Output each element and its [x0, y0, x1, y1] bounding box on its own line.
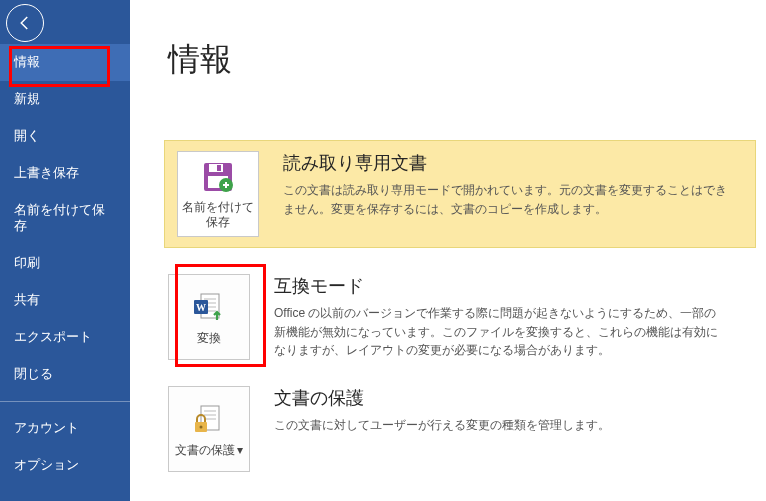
svg-rect-2 — [217, 165, 221, 171]
nav-item-info[interactable]: 情報 — [0, 44, 130, 81]
readonly-title: 読み取り専用文書 — [283, 151, 727, 175]
main-panel: 情報 名前を付けて保存 読み取り専用文書 この文書は読み取り専用モードで開かれて… — [130, 0, 766, 501]
nav-item-options[interactable]: オプション — [0, 447, 130, 484]
readonly-row: 名前を付けて保存 読み取り専用文書 この文書は読み取り専用モードで開かれています… — [164, 140, 756, 248]
word-convert-icon: W — [191, 289, 227, 327]
nav-item-print[interactable]: 印刷 — [0, 245, 130, 282]
nav-item-share[interactable]: 共有 — [0, 282, 130, 319]
nav-item-open[interactable]: 開く — [0, 118, 130, 155]
back-button[interactable] — [6, 4, 44, 42]
protect-button-label: 文書の保護▾ — [175, 443, 243, 458]
svg-point-17 — [200, 425, 203, 428]
page-title: 情報 — [168, 38, 766, 82]
saveas-button[interactable]: 名前を付けて保存 — [177, 151, 259, 237]
nav-item-account[interactable]: アカウント — [0, 410, 130, 447]
saveas-button-label: 名前を付けて保存 — [182, 200, 254, 230]
protect-document-button[interactable]: 文書の保護▾ — [168, 386, 250, 472]
backstage-sidebar: 情報 新規 開く 上書き保存 名前を付けて保存 印刷 共有 エクスポート 閉じる… — [0, 0, 130, 501]
nav-item-close[interactable]: 閉じる — [0, 356, 130, 393]
lock-document-icon — [191, 401, 227, 439]
nav-item-save[interactable]: 上書き保存 — [0, 155, 130, 192]
nav-separator — [0, 401, 130, 402]
compat-row: W 変換 互換モード Office の以前のバージョンで作業する際に問題が起きな… — [168, 274, 766, 360]
protect-title: 文書の保護 — [274, 386, 610, 410]
svg-text:W: W — [196, 302, 206, 313]
compat-text: Office の以前のバージョンで作業する際に問題が起きないようにするため、一部… — [274, 304, 728, 360]
convert-button-label: 変換 — [197, 331, 221, 346]
readonly-text: この文書は読み取り専用モードで開かれています。元の文書を変更することはできません… — [283, 181, 727, 218]
protect-row: 文書の保護▾ 文書の保護 この文書に対してユーザーが行える変更の種類を管理します… — [168, 386, 766, 472]
chevron-down-icon: ▾ — [237, 444, 243, 456]
protect-desc: 文書の保護 この文書に対してユーザーが行える変更の種類を管理します。 — [274, 386, 626, 435]
floppy-save-icon — [201, 158, 235, 196]
nav-item-new[interactable]: 新規 — [0, 81, 130, 118]
readonly-desc: 読み取り専用文書 この文書は読み取り専用モードで開かれています。元の文書を変更す… — [283, 151, 743, 218]
compat-title: 互換モード — [274, 274, 728, 298]
compat-desc: 互換モード Office の以前のバージョンで作業する際に問題が起きないようにす… — [274, 274, 744, 360]
nav-item-saveas[interactable]: 名前を付けて保存 — [0, 192, 130, 246]
nav-item-export[interactable]: エクスポート — [0, 319, 130, 356]
protect-text: この文書に対してユーザーが行える変更の種類を管理します。 — [274, 416, 610, 435]
arrow-left-icon — [16, 14, 34, 32]
convert-button[interactable]: W 変換 — [168, 274, 250, 360]
